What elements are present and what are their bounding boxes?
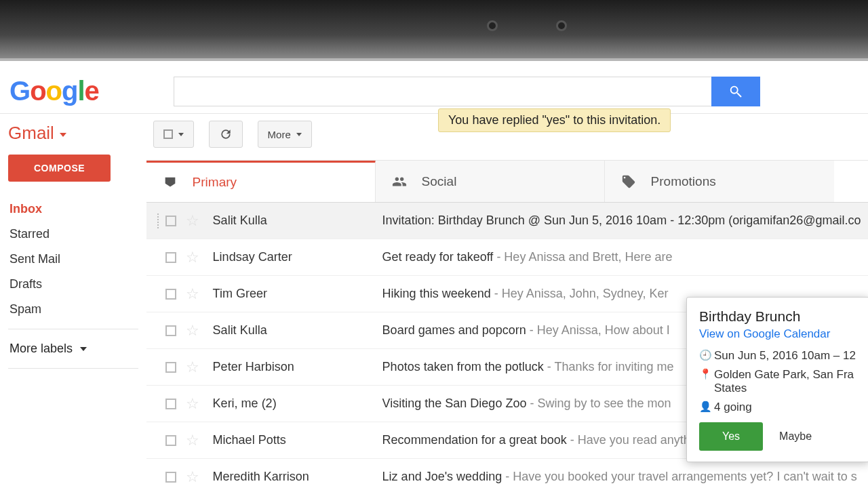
star-icon[interactable]: ☆ [186, 285, 199, 303]
divider [8, 368, 138, 369]
divider [8, 329, 138, 329]
checkbox-icon [163, 129, 173, 139]
rsvp-yes-button[interactable]: Yes [699, 422, 763, 451]
gmail-dropdown[interactable]: Gmail [8, 123, 138, 144]
event-going-text: 4 going [714, 401, 752, 414]
event-title: Birthday Brunch [699, 308, 856, 325]
sender: Peter Harbison [213, 360, 382, 374]
tab-primary[interactable]: Primary [146, 160, 376, 202]
sidebar-item-starred[interactable]: Starred [8, 222, 138, 247]
refresh-icon [219, 127, 233, 141]
row-checkbox[interactable] [165, 435, 176, 446]
subject: Board games and popcorn - Hey Anissa, Ho… [382, 323, 670, 338]
row-checkbox[interactable] [165, 325, 176, 336]
mail-row[interactable]: ☆Meredith KarrisonLiz and Joe's wedding … [146, 459, 868, 488]
google-logo[interactable]: Google [8, 76, 99, 106]
sender: Salit Kulla [213, 323, 382, 338]
row-checkbox[interactable] [165, 472, 176, 483]
caret-down-icon [178, 133, 184, 136]
search-input[interactable] [174, 77, 711, 106]
select-all-dropdown[interactable] [153, 121, 194, 148]
snippet: - Swing by to see the mon [526, 396, 671, 410]
subject: Visiting the San Diego Zoo - Swing by to… [382, 396, 671, 411]
sender: Salit Kulla [213, 214, 382, 228]
people-icon [391, 174, 408, 189]
more-labels-text: More labels [9, 342, 73, 355]
person-icon: 👤 [699, 401, 714, 414]
event-when: 🕘 Sun Jun 5, 2016 10am – 12 [699, 349, 856, 363]
row-checkbox[interactable] [165, 289, 176, 300]
row-checkbox[interactable] [165, 252, 176, 263]
clock-icon: 🕘 [699, 349, 714, 363]
refresh-button[interactable] [209, 121, 243, 148]
event-where-text: Golden Gate Park, San Fra States [714, 368, 856, 395]
mail-row[interactable]: ☆Salit KullaInvitation: Birthday Brunch … [146, 203, 868, 239]
sidebar-item-sent[interactable]: Sent Mail [8, 247, 138, 272]
star-icon[interactable]: ☆ [186, 359, 199, 376]
snippet: - Have you booked your travel arrangemen… [502, 470, 857, 483]
subject: Hiking this weekend - Hey Anissa, John, … [382, 287, 669, 301]
snippet: - Hey Anissa, John, Sydney, Ker [491, 287, 669, 300]
sidebar-item-spam[interactable]: Spam [8, 297, 138, 322]
top-bar: Google [0, 61, 868, 114]
mail-row[interactable]: ☆Lindsay CarterGet ready for takeoff - H… [146, 239, 868, 276]
tag-icon [620, 174, 637, 189]
caret-down-icon [60, 133, 66, 137]
caret-down-icon [80, 347, 87, 351]
star-icon[interactable]: ☆ [186, 322, 199, 340]
compose-button[interactable]: COMPOSE [8, 155, 111, 182]
row-checkbox[interactable] [165, 399, 176, 409]
sidebar-item-inbox[interactable]: Inbox [8, 197, 138, 222]
gmail-label: Gmail [8, 123, 54, 144]
more-menu-button[interactable]: More [258, 121, 312, 148]
sender: Keri, me (2) [213, 396, 382, 411]
tab-label: Primary [193, 175, 237, 190]
row-checkbox[interactable] [165, 362, 176, 373]
search-wrap [174, 77, 760, 106]
event-going: 👤 4 going [699, 401, 856, 414]
inbox-icon [161, 175, 179, 190]
tab-social[interactable]: Social [376, 161, 605, 202]
row-checkbox[interactable] [165, 216, 176, 226]
sender: Meredith Karrison [213, 470, 382, 484]
star-icon[interactable]: ☆ [186, 432, 199, 449]
tab-label: Social [422, 174, 457, 189]
event-card: Birthday Brunch View on Google Calendar … [686, 297, 868, 462]
star-icon[interactable]: ☆ [186, 468, 199, 486]
rsvp-notification: You have replied "yes" to this invitatio… [438, 108, 671, 132]
subject: Invitation: Birthday Brunch @ Sun Jun 5,… [382, 214, 861, 228]
search-button[interactable] [711, 77, 760, 106]
view-calendar-link[interactable]: View on Google Calendar [699, 327, 856, 341]
event-where: 📍 Golden Gate Park, San Fra States [699, 368, 856, 395]
tab-promotions[interactable]: Promotions [605, 161, 834, 202]
category-tabs: Primary Social Promotions [146, 161, 868, 203]
star-icon[interactable]: ☆ [186, 395, 199, 413]
star-icon[interactable]: ☆ [186, 212, 199, 230]
subject: Liz and Joe's wedding - Have you booked … [382, 470, 857, 484]
sender: Lindsay Carter [213, 250, 382, 264]
snippet: - Hey Anissa, How about I [526, 323, 670, 337]
sender: Michael Potts [213, 433, 382, 447]
subject: Photos taken from the potluck - Thanks f… [382, 360, 674, 374]
event-when-text: Sun Jun 5, 2016 10am – 12 [714, 349, 856, 363]
event-actions: Yes Maybe [699, 422, 856, 451]
caret-down-icon [296, 133, 302, 136]
sidebar-item-drafts[interactable]: Drafts [8, 272, 138, 297]
star-icon[interactable]: ☆ [186, 249, 199, 266]
rsvp-maybe-button[interactable]: Maybe [775, 422, 816, 451]
device-frame [0, 0, 868, 61]
camera-dot [487, 20, 498, 31]
search-icon [728, 84, 743, 99]
subject: Get ready for takeoff - Hey Anissa and B… [382, 250, 673, 264]
pin-icon: 📍 [699, 368, 714, 395]
snippet: - Thanks for inviting me [544, 360, 674, 373]
camera-dot [556, 20, 567, 31]
more-labels-dropdown[interactable]: More labels [8, 336, 138, 361]
sidebar: Gmail COMPOSE Inbox Starred Sent Mail Dr… [0, 114, 146, 488]
sender: Tim Greer [213, 287, 382, 301]
snippet: - Hey Anissa and Brett, Here are [493, 250, 672, 264]
more-label: More [268, 129, 291, 140]
drag-grip-icon [155, 214, 161, 228]
tab-label: Promotions [651, 174, 716, 189]
